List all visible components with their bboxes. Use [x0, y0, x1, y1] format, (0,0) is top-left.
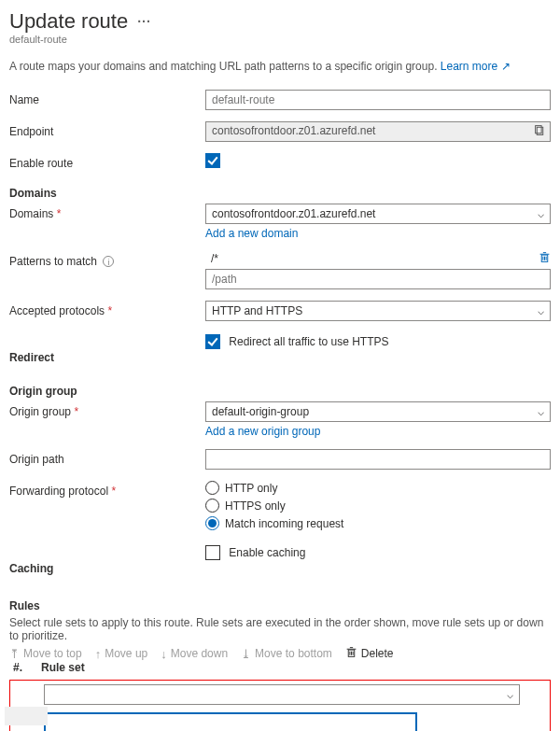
rule-set-select[interactable]: ⌵ — [44, 684, 520, 705]
column-number-header: #. — [13, 661, 41, 674]
move-down-button: ↓ Move down — [161, 647, 228, 661]
chevron-down-icon: ⌵ — [538, 405, 544, 418]
enable-route-checkbox[interactable] — [205, 153, 220, 168]
required-asterisk: * — [57, 207, 62, 220]
chevron-down-icon: ⌵ — [538, 207, 544, 220]
rules-description: Select rule sets to apply to this route.… — [9, 616, 551, 642]
delete-pattern-icon[interactable] — [539, 251, 551, 266]
learn-more-link[interactable]: Learn more — [441, 60, 497, 73]
column-rule-set-header: Rule set — [41, 661, 85, 674]
copy-icon[interactable] — [534, 124, 546, 139]
endpoint-field: contosofrontdoor.z01.azurefd.net — [205, 121, 551, 142]
origin-group-label: Origin group — [9, 405, 71, 418]
table-row-bg — [5, 707, 48, 725]
redirect-https-checkbox[interactable] — [205, 334, 220, 349]
radio-https-only-label: HTTPS only — [225, 499, 286, 513]
domains-select[interactable]: contosofrontdoor.z01.azurefd.net ⌵ — [205, 204, 551, 224]
radio-match-request-label: Match incoming request — [225, 517, 343, 530]
rules-toolbar: ⤒ Move to top ↑ Move up ↓ Move down ⤓ Mo… — [9, 646, 551, 661]
origin-path-label: Origin path — [9, 449, 205, 466]
origin-group-section-header: Origin group — [9, 385, 551, 398]
radio-http-only[interactable]: HTTP only — [205, 481, 551, 495]
move-top-button: ⤒ Move to top — [9, 647, 82, 661]
page-description: A route maps your domains and matching U… — [9, 60, 551, 73]
move-bottom-button: ⤓ Move to bottom — [241, 647, 332, 661]
pattern-input[interactable] — [205, 269, 551, 289]
arrow-up-icon: ↑ — [95, 647, 102, 661]
name-field — [205, 90, 551, 110]
patterns-label: Patterns to match — [9, 255, 97, 268]
rule-set-search-input[interactable] — [44, 712, 417, 731]
forwarding-protocol-label: Forwarding protocol — [9, 485, 108, 498]
rules-section-header: Rules — [9, 599, 551, 612]
accepted-protocols-value: HTTP and HTTPS — [212, 304, 302, 317]
redirect-section-header: Redirect — [9, 351, 205, 364]
accepted-protocols-select[interactable]: HTTP and HTTPS ⌵ — [205, 301, 551, 321]
move-top-icon: ⤒ — [9, 647, 20, 661]
radio-http-only-label: HTTP only — [225, 482, 277, 495]
trash-icon — [345, 646, 357, 661]
required-asterisk: * — [74, 405, 78, 418]
origin-group-value: default-origin-group — [212, 405, 309, 418]
more-icon[interactable]: ··· — [137, 14, 151, 29]
arrow-down-icon: ↓ — [161, 647, 167, 661]
delete-button[interactable]: Delete — [345, 646, 394, 661]
domains-label: Domains — [9, 207, 53, 220]
endpoint-value: contosofrontdoor.z01.azurefd.net — [212, 124, 375, 137]
rule-set-table: ⌵ myRuleSet — [9, 680, 551, 731]
redirect-https-label: Redirect all traffic to use HTTPS — [229, 335, 388, 348]
enable-caching-checkbox[interactable] — [205, 545, 220, 560]
domains-section-header: Domains — [9, 187, 551, 200]
caching-section-header: Caching — [9, 562, 205, 575]
accepted-protocols-label: Accepted protocols — [9, 304, 105, 317]
move-up-button: ↑ Move up — [95, 647, 148, 661]
origin-group-select[interactable]: default-origin-group ⌵ — [205, 401, 551, 422]
chevron-down-icon: ⌵ — [538, 304, 544, 317]
enable-route-label: Enable route — [9, 153, 205, 170]
required-asterisk: * — [107, 304, 112, 317]
page-title: Update route — [9, 9, 128, 34]
pattern-value: /* — [205, 252, 539, 265]
move-bottom-icon: ⤓ — [241, 647, 251, 661]
chevron-down-icon: ⌵ — [507, 688, 513, 701]
add-origin-group-link[interactable]: Add a new origin group — [205, 425, 320, 438]
external-link-icon: ↗ — [501, 60, 511, 73]
add-domain-link[interactable]: Add a new domain — [205, 227, 298, 240]
page-subtitle: default-route — [9, 34, 551, 45]
origin-path-input[interactable] — [205, 449, 551, 470]
radio-match-request[interactable]: Match incoming request — [205, 516, 551, 530]
description-text: A route maps your domains and matching U… — [9, 60, 437, 73]
name-label: Name — [9, 90, 205, 106]
endpoint-label: Endpoint — [9, 121, 205, 138]
domains-value: contosofrontdoor.z01.azurefd.net — [212, 207, 375, 220]
required-asterisk: * — [111, 485, 116, 498]
enable-caching-label: Enable caching — [229, 546, 305, 559]
info-icon[interactable]: i — [103, 256, 114, 267]
radio-https-only[interactable]: HTTPS only — [205, 499, 551, 513]
